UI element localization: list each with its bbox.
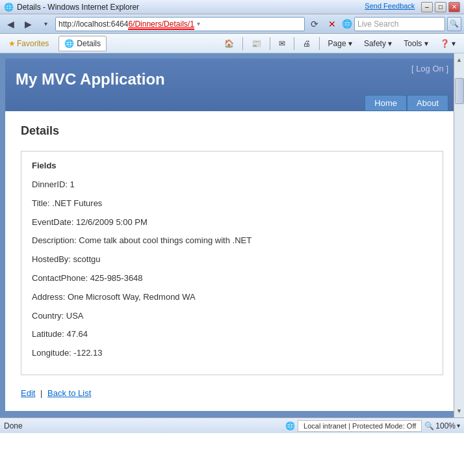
star-icon: ★ xyxy=(8,39,16,48)
maximize-button[interactable]: □ xyxy=(435,2,446,12)
field-label-longitude: Longitude: xyxy=(32,348,73,358)
print-button[interactable]: 🖨 xyxy=(298,36,315,51)
close-button[interactable]: ✕ xyxy=(448,2,460,12)
field-value-title: .NET Futures xyxy=(52,198,102,208)
minimize-button[interactable]: – xyxy=(421,2,433,12)
field-label-country: Country: xyxy=(32,311,66,321)
back-to-list-link[interactable]: Back to List xyxy=(47,388,91,398)
field-eventdate: EventDate: 12/6/2009 5:00 PM xyxy=(32,216,432,230)
favorites-button[interactable]: ★ Favorites xyxy=(4,36,53,51)
address-highlight: 6/Dinners/Details/1 xyxy=(128,20,194,30)
field-label-address: Address: xyxy=(32,292,68,302)
tools-menu[interactable]: Tools ▾ xyxy=(399,36,432,51)
field-longitude: Longitude: -122.13 xyxy=(32,347,432,360)
search-area: 🌐 Live Search 🔍 xyxy=(342,17,461,31)
refresh-button[interactable]: ⟳ xyxy=(307,16,322,32)
title-bar: 🌐 Details - Windows Internet Explorer Se… xyxy=(0,0,464,14)
field-description: Description: Come talk about cool things… xyxy=(32,234,432,248)
sep4 xyxy=(319,37,320,50)
address-bar[interactable]: http://localhost:64646/Dinners/Details/1… xyxy=(55,17,305,31)
toolbar: ★ Favorites 🌐 Details 🏠 📰 ✉ 🖨 Page ▾ Saf… xyxy=(0,34,464,53)
field-address: Address: One Microsoft Way, Redmond WA xyxy=(32,291,432,304)
scroll-up-button[interactable]: ▲ xyxy=(455,55,464,65)
field-label-dinnerid: DinnerID: xyxy=(32,179,70,189)
send-feedback-link[interactable]: Send Feedback xyxy=(365,2,415,12)
sep2 xyxy=(270,37,270,50)
stop-button[interactable]: ✕ xyxy=(324,16,340,32)
field-dinnerid: DinnerID: 1 xyxy=(32,178,432,192)
field-value-address: One Microsoft Way, Redmond WA xyxy=(68,292,196,302)
field-value-contactphone: 425-985-3648 xyxy=(90,273,143,283)
scrollbar[interactable]: ▲ ▼ xyxy=(454,53,464,417)
ie-tab[interactable]: 🌐 Details xyxy=(58,36,107,51)
field-label-hostedby: HostedBy: xyxy=(32,254,73,264)
back-button[interactable]: ◀ xyxy=(3,16,18,32)
nav-bar: ◀ ▶ ▾ http://localhost:64646/Dinners/Det… xyxy=(0,14,464,34)
feeds-button[interactable]: 📰 xyxy=(247,36,266,51)
live-search-label: Live Search xyxy=(357,20,398,29)
nav-links: Home About xyxy=(16,91,448,111)
field-latitude: Latitude: 47.64 xyxy=(32,328,432,341)
field-value-longitude: -122.13 xyxy=(73,348,102,358)
search-input[interactable]: Live Search xyxy=(354,17,445,31)
window-title: Details - Windows Internet Explorer xyxy=(17,3,139,12)
zone-icon: 🌐 xyxy=(285,421,295,430)
ie-icon: 🌐 xyxy=(64,39,74,48)
action-links: Edit | Back to List xyxy=(21,388,443,398)
fields-title: Fields xyxy=(32,161,432,170)
field-label-description: Description: xyxy=(32,235,79,245)
field-title: Title: .NET Futures xyxy=(32,197,432,211)
app-header: [ Log On ] My MVC Application Home About xyxy=(5,59,459,111)
action-separator: | xyxy=(40,388,42,398)
field-contactphone: ContactPhone: 425-985-3648 xyxy=(32,272,432,285)
tab-label: Details xyxy=(77,39,101,48)
sep1 xyxy=(242,37,243,50)
field-label-latitude: Latitude: xyxy=(32,329,67,339)
status-bar: Done 🌐 Local intranet | Protected Mode: … xyxy=(0,417,464,433)
main-content: Details Fields DinnerID: 1 Title: .NET F… xyxy=(5,111,459,411)
about-nav-link[interactable]: About xyxy=(407,95,448,111)
safety-menu[interactable]: Safety ▾ xyxy=(359,36,396,51)
edit-link[interactable]: Edit xyxy=(21,388,35,398)
page-area: [ Log On ] My MVC Application Home About… xyxy=(0,53,464,417)
zoom-dropdown-icon[interactable]: ▾ xyxy=(457,422,460,429)
log-on-link[interactable]: [ Log On ] xyxy=(411,64,448,73)
page-menu[interactable]: Page ▾ xyxy=(324,36,357,51)
help-button[interactable]: ❓ ▾ xyxy=(435,36,460,51)
search-button[interactable]: 🔍 xyxy=(447,17,461,31)
home-toolbar-button[interactable]: 🏠 xyxy=(220,36,238,51)
scroll-thumb[interactable] xyxy=(455,78,464,104)
field-label-title: Title: xyxy=(32,198,52,208)
home-nav-link[interactable]: Home xyxy=(365,95,407,111)
field-country: Country: USA xyxy=(32,310,432,323)
browser-icon: 🌐 xyxy=(4,3,14,12)
address-text: http://localhost:64646/Dinners/Details/1 xyxy=(58,20,194,29)
field-value-dinnerid: 1 xyxy=(70,179,75,189)
sep3 xyxy=(294,37,294,50)
zoom-level: 100% xyxy=(435,421,456,430)
fields-box: Fields DinnerID: 1 Title: .NET Futures E… xyxy=(21,151,443,375)
field-value-description: Come talk about cool things coming with … xyxy=(79,235,251,245)
field-value-latitude: 47.64 xyxy=(67,329,88,339)
address-dropdown-icon[interactable]: ▾ xyxy=(197,20,200,27)
status-text: Done xyxy=(4,421,285,430)
dropdown-button[interactable]: ▾ xyxy=(38,16,53,32)
field-value-country: USA xyxy=(66,311,84,321)
field-value-eventdate: 12/6/2009 5:00 PM xyxy=(76,217,148,227)
field-value-hostedby: scottgu xyxy=(73,254,101,264)
zoom-area[interactable]: 🔍 100% ▾ xyxy=(424,421,460,430)
zoom-icon: 🔍 xyxy=(424,421,434,430)
ie-logo-icon: 🌐 xyxy=(342,19,352,29)
field-label-contactphone: ContactPhone: xyxy=(32,273,90,283)
app-title: My MVC Application xyxy=(16,65,448,91)
forward-button[interactable]: ▶ xyxy=(20,16,36,32)
mail-button[interactable]: ✉ xyxy=(274,36,290,51)
scroll-down-button[interactable]: ▼ xyxy=(455,406,464,416)
field-label-eventdate: EventDate: xyxy=(32,217,76,227)
page-heading: Details xyxy=(21,124,443,138)
field-hostedby: HostedBy: scottgu xyxy=(32,253,432,267)
status-zone: Local intranet | Protected Mode: Off xyxy=(298,420,422,432)
status-right: 🌐 Local intranet | Protected Mode: Off 🔍… xyxy=(285,420,460,432)
